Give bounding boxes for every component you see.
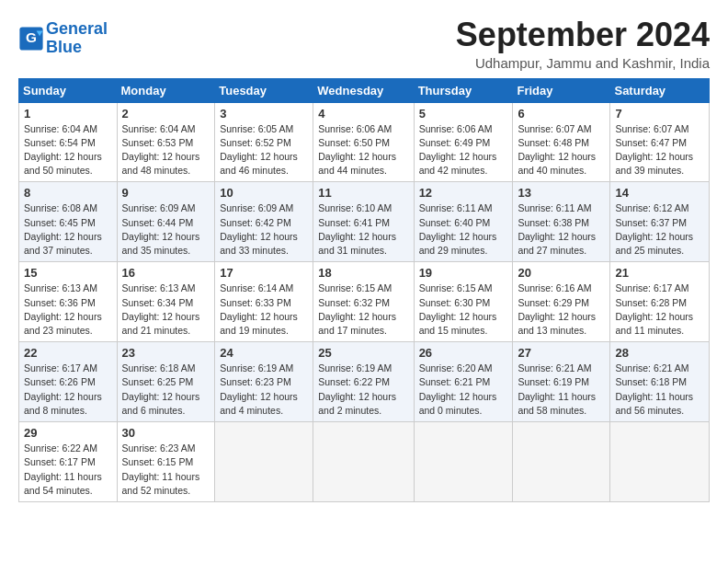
day-info: Sunrise: 6:19 AMSunset: 6:22 PMDaylight:… (318, 362, 396, 416)
page-header: G General Blue September 2024 Udhampur, … (18, 17, 710, 71)
calendar-row: 15Sunrise: 6:13 AMSunset: 6:36 PMDayligh… (19, 262, 710, 342)
day-info: Sunrise: 6:14 AMSunset: 6:33 PMDaylight:… (220, 282, 298, 336)
day-number: 24 (220, 346, 308, 360)
col-friday: Friday (513, 78, 610, 102)
col-sunday: Sunday (19, 78, 118, 102)
day-number: 12 (419, 186, 508, 200)
day-info: Sunrise: 6:04 AMSunset: 6:54 PMDaylight:… (24, 123, 102, 177)
day-number: 23 (122, 346, 210, 360)
location: Udhampur, Jammu and Kashmir, India (456, 55, 710, 71)
col-monday: Monday (117, 78, 215, 102)
day-info: Sunrise: 6:11 AMSunset: 6:38 PMDaylight:… (518, 202, 596, 256)
day-info: Sunrise: 6:15 AMSunset: 6:30 PMDaylight:… (419, 282, 497, 336)
day-number: 20 (518, 266, 605, 280)
svg-text:G: G (26, 29, 37, 45)
calendar-row: 29Sunrise: 6:22 AMSunset: 6:17 PMDayligh… (19, 422, 710, 502)
day-number: 22 (24, 346, 112, 360)
day-info: Sunrise: 6:13 AMSunset: 6:36 PMDaylight:… (24, 282, 102, 336)
day-number: 27 (518, 346, 605, 360)
day-info: Sunrise: 6:10 AMSunset: 6:41 PMDaylight:… (318, 202, 396, 256)
day-info: Sunrise: 6:21 AMSunset: 6:19 PMDaylight:… (518, 362, 596, 416)
table-row: 13Sunrise: 6:11 AMSunset: 6:38 PMDayligh… (513, 182, 610, 262)
day-number: 16 (122, 266, 210, 280)
day-number: 21 (615, 266, 704, 280)
day-number: 17 (220, 266, 308, 280)
day-info: Sunrise: 6:20 AMSunset: 6:21 PMDaylight:… (419, 362, 497, 416)
day-number: 4 (318, 107, 408, 121)
table-row (610, 422, 710, 502)
day-number: 30 (122, 426, 210, 440)
table-row: 11Sunrise: 6:10 AMSunset: 6:41 PMDayligh… (313, 182, 414, 262)
day-info: Sunrise: 6:08 AMSunset: 6:45 PMDaylight:… (24, 202, 102, 256)
day-info: Sunrise: 6:09 AMSunset: 6:42 PMDaylight:… (220, 202, 298, 256)
table-row: 22Sunrise: 6:17 AMSunset: 6:26 PMDayligh… (19, 342, 118, 422)
col-wednesday: Wednesday (313, 78, 414, 102)
day-number: 10 (220, 186, 308, 200)
calendar-row: 8Sunrise: 6:08 AMSunset: 6:45 PMDaylight… (19, 182, 710, 262)
calendar-table: Sunday Monday Tuesday Wednesday Thursday… (18, 78, 710, 502)
table-row: 12Sunrise: 6:11 AMSunset: 6:40 PMDayligh… (414, 182, 513, 262)
day-number: 25 (318, 346, 408, 360)
day-number: 15 (24, 266, 112, 280)
day-number: 19 (419, 266, 508, 280)
day-info: Sunrise: 6:22 AMSunset: 6:17 PMDaylight:… (24, 442, 102, 496)
day-number: 3 (220, 107, 308, 121)
table-row (313, 422, 414, 502)
day-info: Sunrise: 6:12 AMSunset: 6:37 PMDaylight:… (615, 202, 693, 256)
logo: G General Blue (18, 20, 108, 57)
table-row: 18Sunrise: 6:15 AMSunset: 6:32 PMDayligh… (313, 262, 414, 342)
table-row (215, 422, 313, 502)
table-row: 3Sunrise: 6:05 AMSunset: 6:52 PMDaylight… (215, 102, 313, 182)
table-row: 4Sunrise: 6:06 AMSunset: 6:50 PMDaylight… (313, 102, 414, 182)
day-number: 29 (24, 426, 112, 440)
table-row: 27Sunrise: 6:21 AMSunset: 6:19 PMDayligh… (513, 342, 610, 422)
table-row: 5Sunrise: 6:06 AMSunset: 6:49 PMDaylight… (414, 102, 513, 182)
month-title: September 2024 (456, 17, 710, 53)
table-row (414, 422, 513, 502)
table-row: 28Sunrise: 6:21 AMSunset: 6:18 PMDayligh… (610, 342, 710, 422)
table-row: 2Sunrise: 6:04 AMSunset: 6:53 PMDaylight… (117, 102, 215, 182)
day-number: 6 (518, 107, 605, 121)
col-saturday: Saturday (610, 78, 710, 102)
day-info: Sunrise: 6:06 AMSunset: 6:50 PMDaylight:… (318, 123, 396, 177)
logo-text: General Blue (46, 20, 108, 57)
calendar-row: 22Sunrise: 6:17 AMSunset: 6:26 PMDayligh… (19, 342, 710, 422)
day-info: Sunrise: 6:18 AMSunset: 6:25 PMDaylight:… (122, 362, 200, 416)
table-row: 20Sunrise: 6:16 AMSunset: 6:29 PMDayligh… (513, 262, 610, 342)
col-thursday: Thursday (414, 78, 513, 102)
day-number: 9 (122, 186, 210, 200)
day-number: 11 (318, 186, 408, 200)
day-info: Sunrise: 6:23 AMSunset: 6:15 PMDaylight:… (122, 442, 200, 496)
table-row: 26Sunrise: 6:20 AMSunset: 6:21 PMDayligh… (414, 342, 513, 422)
table-row: 15Sunrise: 6:13 AMSunset: 6:36 PMDayligh… (19, 262, 118, 342)
table-row: 16Sunrise: 6:13 AMSunset: 6:34 PMDayligh… (117, 262, 215, 342)
day-number: 7 (615, 107, 704, 121)
table-row: 29Sunrise: 6:22 AMSunset: 6:17 PMDayligh… (19, 422, 118, 502)
table-row: 14Sunrise: 6:12 AMSunset: 6:37 PMDayligh… (610, 182, 710, 262)
page-container: G General Blue September 2024 Udhampur, … (0, 0, 728, 511)
day-info: Sunrise: 6:11 AMSunset: 6:40 PMDaylight:… (419, 202, 497, 256)
table-row: 23Sunrise: 6:18 AMSunset: 6:25 PMDayligh… (117, 342, 215, 422)
day-info: Sunrise: 6:17 AMSunset: 6:26 PMDaylight:… (24, 362, 102, 416)
table-row: 17Sunrise: 6:14 AMSunset: 6:33 PMDayligh… (215, 262, 313, 342)
title-block: September 2024 Udhampur, Jammu and Kashm… (456, 17, 710, 71)
day-info: Sunrise: 6:07 AMSunset: 6:48 PMDaylight:… (518, 123, 596, 177)
table-row: 1Sunrise: 6:04 AMSunset: 6:54 PMDaylight… (19, 102, 118, 182)
day-number: 8 (24, 186, 112, 200)
table-row: 10Sunrise: 6:09 AMSunset: 6:42 PMDayligh… (215, 182, 313, 262)
col-tuesday: Tuesday (215, 78, 313, 102)
day-number: 14 (615, 186, 704, 200)
day-info: Sunrise: 6:15 AMSunset: 6:32 PMDaylight:… (318, 282, 396, 336)
day-number: 13 (518, 186, 605, 200)
day-info: Sunrise: 6:19 AMSunset: 6:23 PMDaylight:… (220, 362, 298, 416)
logo-icon: G (18, 26, 44, 52)
table-row: 24Sunrise: 6:19 AMSunset: 6:23 PMDayligh… (215, 342, 313, 422)
day-number: 5 (419, 107, 508, 121)
day-number: 2 (122, 107, 210, 121)
day-info: Sunrise: 6:04 AMSunset: 6:53 PMDaylight:… (122, 123, 200, 177)
day-info: Sunrise: 6:13 AMSunset: 6:34 PMDaylight:… (122, 282, 200, 336)
table-row: 25Sunrise: 6:19 AMSunset: 6:22 PMDayligh… (313, 342, 414, 422)
day-info: Sunrise: 6:16 AMSunset: 6:29 PMDaylight:… (518, 282, 596, 336)
calendar-row: 1Sunrise: 6:04 AMSunset: 6:54 PMDaylight… (19, 102, 710, 182)
day-info: Sunrise: 6:21 AMSunset: 6:18 PMDaylight:… (615, 362, 693, 416)
